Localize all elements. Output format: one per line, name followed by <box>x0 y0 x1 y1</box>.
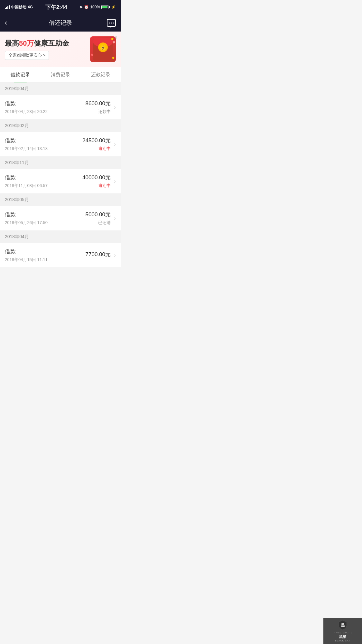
record-status: 逾期中 <box>82 146 111 152</box>
status-left: 中国移动 4G <box>5 5 33 10</box>
record-right-info: 8600.00元 还款中 <box>86 100 111 115</box>
record-left: 借款 2018年11月08日 06:57 <box>5 174 48 189</box>
battery-percent: 100% <box>90 5 100 9</box>
envelope-gold-seal: 💰 <box>98 42 108 52</box>
record-status: 还款中 <box>86 109 111 115</box>
record-date: 2019年04月23日 20:22 <box>5 109 48 115</box>
record-item[interactable]: 借款 2018年05月26日 17:50 5000.00元 已还清 › <box>0 206 121 231</box>
location-icon: ➤ <box>79 5 83 9</box>
record-right: 7700.00元 › <box>86 251 116 260</box>
record-left: 借款 2018年04月15日 11:11 <box>5 248 48 263</box>
record-date: 2018年04月15日 11:11 <box>5 257 48 263</box>
chevron-right-icon: › <box>114 104 116 111</box>
record-type: 借款 <box>5 248 48 255</box>
record-right-info: 24500.00元 逾期中 <box>82 137 111 152</box>
banner-close-button[interactable]: × <box>115 35 117 41</box>
record-left: 借款 2019年02月14日 13:18 <box>5 137 48 152</box>
status-right: ➤ ⏰ 100% ⚡ <box>79 5 116 9</box>
banner-image: 💰 <box>90 36 116 62</box>
record-item[interactable]: 借款 2019年04月23日 20:22 8600.00元 还款中 › <box>0 95 121 120</box>
tab-loan-records[interactable]: 借款记录 <box>0 67 40 82</box>
nav-bar: ‹ 借还记录 <box>0 14 121 32</box>
section-header-2019-02: 2019年02月 <box>0 120 121 132</box>
section-header-2018-04: 2018年04月 <box>0 231 121 243</box>
record-amount: 7700.00元 <box>86 251 111 258</box>
alarm-icon: ⏰ <box>84 5 89 9</box>
record-right-info: 40000.00元 逾期中 <box>82 174 111 189</box>
banner-text: 最高50万健康互助金 全家都领取更安心 > <box>5 39 69 60</box>
back-button[interactable]: ‹ <box>5 19 14 27</box>
record-right: 8600.00元 还款中 › <box>86 100 116 115</box>
section-header-2018-05: 2018年05月 <box>0 194 121 206</box>
signal-bars <box>5 5 10 9</box>
chevron-right-icon: › <box>114 141 116 148</box>
record-right: 40000.00元 逾期中 › <box>82 174 116 189</box>
promo-banner[interactable]: 最高50万健康互助金 全家都领取更安心 > 💰 × <box>0 32 121 67</box>
status-bar: 中国移动 4G 下午2:44 ➤ ⏰ 100% ⚡ <box>0 0 121 14</box>
banner-sub-text[interactable]: 全家都领取更安心 > <box>5 51 49 60</box>
chat-button[interactable] <box>106 19 116 27</box>
page-title: 借还记录 <box>49 19 72 27</box>
record-right-info: 5000.00元 已还清 <box>86 211 111 226</box>
record-right-info: 7700.00元 <box>86 251 111 260</box>
record-date: 2018年05月26日 17:50 <box>5 220 48 226</box>
chevron-right-icon: › <box>114 252 116 259</box>
section-header-2019-04: 2019年04月 <box>0 83 121 95</box>
charging-icon: ⚡ <box>111 5 116 9</box>
record-type: 借款 <box>5 174 48 181</box>
record-left: 借款 2019年04月23日 20:22 <box>5 100 48 115</box>
record-item[interactable]: 借款 2018年04月15日 11:11 7700.00元 › <box>0 243 121 268</box>
record-amount: 8600.00元 <box>86 100 111 107</box>
record-status: 逾期中 <box>82 183 111 189</box>
record-type: 借款 <box>5 211 48 218</box>
record-right: 5000.00元 已还清 › <box>86 211 116 226</box>
record-date: 2018年11月08日 06:57 <box>5 183 48 189</box>
status-time: 下午2:44 <box>45 4 67 11</box>
chevron-right-icon: › <box>114 178 116 185</box>
records-list: 2019年04月 借款 2019年04月23日 20:22 8600.00元 还… <box>0 83 121 268</box>
tab-repay-records[interactable]: 还款记录 <box>80 67 121 82</box>
record-amount: 24500.00元 <box>82 137 111 144</box>
record-type: 借款 <box>5 100 48 107</box>
tab-consume-records[interactable]: 消费记录 <box>40 67 80 82</box>
chat-icon <box>107 19 116 27</box>
record-type: 借款 <box>5 137 48 144</box>
banner-main-text: 最高50万健康互助金 <box>5 39 69 48</box>
record-item[interactable]: 借款 2019年02月14日 13:18 24500.00元 逾期中 › <box>0 132 121 157</box>
record-date: 2019年02月14日 13:18 <box>5 146 48 152</box>
chat-icon-dots <box>109 23 114 23</box>
chevron-right-icon: › <box>114 215 116 222</box>
network-label: 4G <box>28 5 33 9</box>
record-right: 24500.00元 逾期中 › <box>82 137 116 152</box>
section-header-2018-11: 2018年11月 <box>0 157 121 169</box>
record-amount: 40000.00元 <box>82 174 111 181</box>
record-amount: 5000.00元 <box>86 211 111 218</box>
battery-indicator <box>101 5 110 9</box>
carrier-label: 中国移动 <box>11 5 26 10</box>
record-item[interactable]: 借款 2018年11月08日 06:57 40000.00元 逾期中 › <box>0 169 121 194</box>
record-left: 借款 2018年05月26日 17:50 <box>5 211 48 226</box>
tabs-bar: 借款记录 消费记录 还款记录 <box>0 67 121 83</box>
record-status: 已还清 <box>86 220 111 226</box>
